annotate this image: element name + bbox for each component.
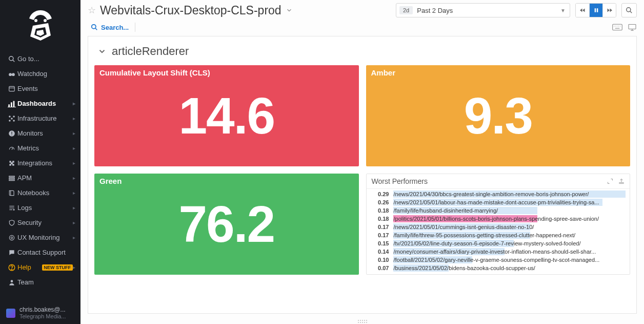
row-bar: /family/life/threw-95-possessions-gettin… — [393, 232, 626, 239]
svg-point-13 — [9, 116, 11, 118]
list-row[interactable]: 0.14/money/consumer-affairs/diary-privat… — [367, 247, 630, 256]
svg-rect-45 — [613, 24, 622, 30]
svg-point-34 — [11, 280, 13, 282]
row-bar: /tv/2021/05/02/line-duty-season-6-episod… — [393, 240, 626, 247]
nav-dashboards[interactable]: Dashboards ▸ — [0, 96, 80, 111]
datadog-logo-icon — [23, 7, 58, 44]
nav-label: Help — [17, 263, 39, 271]
chevron-right-icon: ▸ — [73, 264, 75, 270]
list-row[interactable]: 0.18/family/life/husband-disinherited-ma… — [367, 206, 630, 215]
user-org: Telegraph Media... — [19, 313, 66, 320]
row-path: /news/2021/05/01/labour-has-made-mistake… — [393, 199, 626, 205]
row-value: 0.18 — [371, 207, 389, 214]
search-link[interactable]: Search... — [91, 24, 129, 31]
chevron-right-icon: ▸ — [73, 235, 75, 240]
nav-integrations[interactable]: Integrations ▸ — [0, 156, 80, 170]
tile-amber[interactable]: Amber 9.3 — [366, 65, 631, 166]
nav-help[interactable]: Help NEW STUFF ▸ — [0, 260, 80, 275]
list-row[interactable]: 0.07/business/2021/05/02/bidens-bazooka-… — [367, 264, 630, 272]
row-path: /politics/2021/05/01/billions-scots-bori… — [393, 216, 626, 222]
nav-apm[interactable]: APM ▸ — [0, 170, 80, 185]
svg-rect-55 — [619, 183, 623, 184]
svg-point-59 — [364, 320, 365, 321]
list-row[interactable]: 0.17/family/life/threw-95-possessions-ge… — [367, 231, 630, 239]
nav-watchdog[interactable]: Watchdog — [0, 66, 80, 81]
svg-marker-36 — [582, 9, 585, 12]
caret-down-icon: ▼ — [556, 8, 570, 13]
chevron-right-icon: ▸ — [73, 190, 75, 196]
logs-icon — [6, 204, 17, 212]
nav-ux-monitoring[interactable]: UX Monitoring ▸ — [0, 230, 80, 245]
export-icon[interactable] — [618, 178, 625, 184]
svg-marker-35 — [580, 9, 582, 12]
dashboard-icon — [6, 100, 17, 107]
svg-point-29 — [13, 209, 14, 210]
drag-handle-icon[interactable] — [80, 319, 644, 324]
nav-infrastructure[interactable]: Infrastructure ▸ — [0, 111, 80, 126]
row-path: /tv/2021/05/02/line-duty-season-6-episod… — [393, 240, 626, 246]
chat-icon — [6, 249, 17, 256]
list-row[interactable]: 0.29/news/2021/04/30/bbcs-greatest-singl… — [367, 190, 630, 198]
list-body: 0.29/news/2021/04/30/bbcs-greatest-singl… — [367, 189, 630, 273]
svg-point-58 — [362, 320, 363, 321]
row-value: 0.18 — [371, 216, 389, 222]
svg-point-61 — [358, 322, 359, 323]
star-icon[interactable]: ☆ — [88, 5, 96, 16]
nav-security[interactable]: Security ▸ — [0, 215, 80, 230]
search-button[interactable] — [621, 3, 637, 17]
nav-team[interactable]: Team — [0, 275, 80, 290]
dashboard-title[interactable]: Webvitals-Crux-Desktop-CLS-prod — [100, 4, 281, 17]
pause-button[interactable] — [589, 4, 602, 17]
logo[interactable] — [0, 0, 80, 48]
nav-label: Team — [17, 278, 75, 286]
time-picker[interactable]: 2d Past 2 Days ▼ — [396, 3, 570, 17]
list-row[interactable]: 0.15/tv/2021/05/02/line-duty-season-6-ep… — [367, 239, 630, 247]
svg-rect-11 — [13, 101, 15, 107]
row-path: /news/2021/04/30/bbcs-greatest-single-am… — [393, 191, 626, 197]
rewind-button[interactable] — [576, 4, 589, 17]
nav-contact-support[interactable]: Contact Support — [0, 245, 80, 260]
row-value: 0.17 — [371, 232, 389, 238]
nav-logs[interactable]: Logs ▸ — [0, 200, 80, 215]
nav-monitors[interactable]: Monitors ▸ — [0, 126, 80, 141]
nav-events[interactable]: Events — [0, 81, 80, 96]
row-path: /family/life/threw-95-possessions-gettin… — [393, 232, 626, 238]
list-row[interactable]: 0.26/news/2021/05/01/labour-has-made-mis… — [367, 198, 630, 206]
svg-point-41 — [627, 8, 631, 12]
time-chip: 2d — [399, 6, 413, 14]
forward-button[interactable] — [602, 4, 616, 17]
svg-rect-37 — [594, 8, 596, 12]
list-row[interactable]: 0.10/football/2021/05/02/gary-neville-v-… — [367, 256, 630, 264]
row-value: 0.15 — [371, 240, 389, 246]
time-label: Past 2 Days — [417, 7, 556, 14]
svg-point-33 — [11, 269, 12, 269]
separator — [135, 23, 135, 32]
tile-worst-performers[interactable]: Worst Performers 0.29/news/2021/04/30/bb… — [366, 174, 631, 275]
new-badge: NEW STUFF — [42, 264, 73, 271]
nav-label: Go to... — [17, 55, 75, 63]
list-row[interactable]: 0.18/politics/2021/05/01/billions-scots-… — [367, 215, 630, 223]
monitor-icon[interactable] — [628, 24, 637, 31]
svg-point-57 — [360, 320, 361, 321]
tile-cls[interactable]: Cumulative Layout Shift (CLS) 14.6 — [94, 65, 359, 166]
search-icon — [91, 24, 98, 31]
chevron-down-icon[interactable] — [286, 7, 293, 14]
layers-icon — [6, 175, 17, 182]
group-header[interactable]: articleRenderer — [97, 45, 630, 58]
user-menu[interactable]: chris.boakes@... Telegraph Media... — [0, 306, 80, 324]
person-icon — [6, 279, 17, 286]
nav-metrics[interactable]: Metrics ▸ — [0, 141, 80, 156]
row-bar: /money/consumer-affairs/diary-private-in… — [393, 248, 626, 255]
list-row[interactable]: 0.17/news/2021/05/01/cummings-isnt-geniu… — [367, 223, 630, 231]
svg-rect-6 — [11, 74, 12, 75]
keyboard-icon[interactable] — [612, 24, 622, 31]
row-bar: /business/2021/05/02/bidens-bazooka-coul… — [393, 264, 626, 272]
expand-icon[interactable] — [607, 178, 613, 184]
nav-goto[interactable]: Go to... — [0, 51, 80, 66]
nav-label: Logs — [17, 204, 73, 212]
tile-green[interactable]: Green 76.2 — [94, 174, 359, 275]
search-label: Search... — [101, 24, 129, 31]
nav-notebooks[interactable]: Notebooks ▸ — [0, 185, 80, 200]
row-value: 0.29 — [371, 191, 389, 197]
network-icon — [6, 115, 17, 122]
